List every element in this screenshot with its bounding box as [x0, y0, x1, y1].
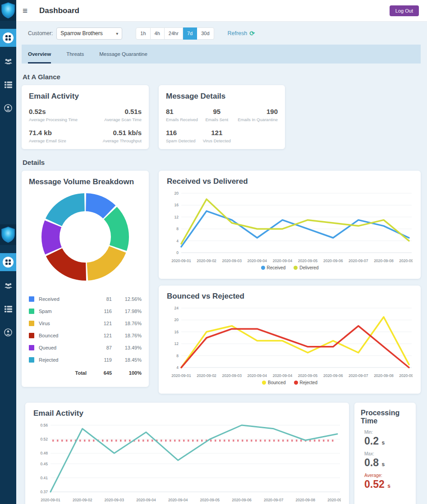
users-icon: [4, 282, 13, 289]
svg-text:2020-09-06: 2020-09-06: [323, 373, 343, 378]
svg-text:20: 20: [174, 318, 179, 322]
received-vs-delivered-card: Received vs Delivered 0481216202020-09-0…: [159, 171, 421, 279]
stat-virus-detected: 121 Virus Detected: [200, 129, 234, 143]
svg-text:2020-09-03: 2020-09-03: [222, 259, 242, 263]
svg-text:0.48: 0.48: [40, 451, 48, 455]
sidebar-item-reports[interactable]: [0, 300, 16, 318]
stat-emails-received: 81 Emails Received: [166, 108, 200, 122]
dashboard-app: ≡ Dashboard Log Out Customer: Sparrow Br…: [0, 0, 427, 504]
page-title: Dashboard: [39, 6, 79, 15]
shield-logo-icon: [0, 0, 16, 21]
stat-avg-scan-time: 0.51s Average Scan Time: [85, 108, 142, 122]
customer-select-value: Sparrow Brothers: [60, 30, 102, 36]
list-icon: [5, 306, 12, 313]
stat-emails-quarantine: 190 Emails In Quarantine: [234, 108, 278, 122]
email-activity-chart: 0.370.410.450.480.520.562020-09-012020-0…: [33, 421, 341, 504]
svg-text:2020-09-06: 2020-09-06: [232, 498, 252, 502]
svg-text:2020-09-07: 2020-09-07: [264, 498, 284, 502]
bounced-vs-rejected-card: Bounced vs Rejected 48121620242020-09-01…: [159, 286, 421, 394]
card-title: Bounced vs Rejected: [167, 292, 413, 301]
stat-avg-processing-time: 0.52s Average Processing Time: [29, 108, 85, 122]
range-button-7d[interactable]: 7d: [183, 27, 197, 40]
svg-text:0.56: 0.56: [40, 423, 48, 427]
legend-swatch: [29, 357, 34, 363]
profile-icon: [4, 104, 12, 112]
logout-button[interactable]: Log Out: [390, 5, 419, 16]
card-title: Processing Time: [361, 409, 410, 426]
refresh-link[interactable]: Refresh ⟳: [228, 30, 255, 37]
svg-text:12: 12: [174, 341, 179, 346]
svg-text:12: 12: [174, 215, 179, 219]
range-button-1h[interactable]: 1h: [136, 27, 150, 40]
svg-text:0.41: 0.41: [40, 476, 48, 480]
svg-text:2020-09-02: 2020-09-02: [197, 259, 216, 263]
svg-text:2020-09-03: 2020-09-03: [105, 498, 124, 502]
controls-row: Customer: Sparrow Brothers ▾ 1h 4h 24hr …: [16, 22, 427, 40]
list-icon: [5, 82, 12, 88]
legend-item: Delivered: [294, 265, 318, 270]
svg-text:2020-09-01: 2020-09-01: [41, 498, 60, 502]
sidebar-group-repeat: [0, 224, 16, 341]
svg-text:2020-09-08: 2020-09-08: [374, 373, 394, 378]
section-heading-glance: At A Glance: [23, 73, 421, 81]
legend-row: Queued 87 13.49%: [29, 341, 142, 354]
sidebar-item-users[interactable]: [0, 52, 16, 70]
customer-label: Customer:: [28, 30, 53, 36]
chevron-down-icon: ▾: [116, 31, 118, 36]
card-title: Email Activity: [33, 409, 341, 418]
min-value: 0.2 s: [364, 435, 410, 447]
email-activity-chart-card: Email Activity 0.370.410.450.480.520.562…: [25, 403, 349, 504]
legend-swatch: [29, 296, 34, 302]
grid-icon: [3, 257, 14, 268]
svg-text:2020-09-01: 2020-09-01: [171, 373, 191, 378]
svg-text:2020-09-07: 2020-09-07: [349, 259, 368, 263]
card-title: Message Volume Breakdown: [29, 177, 142, 186]
sidebar-item-profile[interactable]: [0, 99, 16, 117]
customer-select[interactable]: Sparrow Brothers ▾: [56, 27, 122, 40]
shield-logo-icon: [0, 224, 16, 245]
svg-text:2020-09-05: 2020-09-05: [298, 259, 318, 263]
sidebar-item-dashboard[interactable]: [0, 29, 16, 47]
svg-text:24: 24: [174, 306, 179, 310]
svg-text:0: 0: [176, 250, 179, 255]
range-button-24hr[interactable]: 24hr: [165, 27, 183, 40]
volume-legend: Received 81 12.56% Spam 116 17.98% Virus…: [29, 293, 142, 366]
average-value: 0.52 s: [364, 478, 410, 490]
message-details-card: Message Details 81 Emails Received 95 Em…: [159, 85, 285, 149]
sidebar-item-users[interactable]: [0, 277, 16, 295]
svg-text:2020-09-08: 2020-09-08: [374, 259, 394, 263]
sidebar-item-dashboard[interactable]: [0, 253, 16, 271]
svg-text:2020-09-05: 2020-09-05: [200, 498, 220, 502]
svg-text:16: 16: [174, 203, 179, 207]
bounced-vs-rejected-chart: 48121620242020-09-012020-09-022020-09-03…: [167, 304, 413, 385]
svg-text:2020-09-08: 2020-09-08: [399, 259, 413, 263]
svg-text:2020-09-04: 2020-09-04: [248, 259, 267, 263]
sidebar: [0, 0, 16, 504]
svg-text:2020-09-05: 2020-09-05: [298, 373, 318, 378]
svg-text:2020-09-04: 2020-09-04: [273, 259, 293, 263]
legend-row: Rejected 119 18.45%: [29, 354, 142, 366]
section-heading-details: Details: [23, 159, 421, 166]
legend-swatch: [29, 333, 34, 338]
min-label: Min:: [364, 430, 410, 435]
tab-overview[interactable]: Overview: [28, 45, 51, 64]
range-button-30d[interactable]: 30d: [197, 27, 214, 40]
svg-text:2020-09-02: 2020-09-02: [197, 373, 216, 378]
tab-threats[interactable]: Threats: [66, 45, 84, 64]
sidebar-item-reports[interactable]: [0, 76, 16, 94]
svg-text:4: 4: [176, 239, 179, 243]
tab-message-quarantine[interactable]: Message Quarantine: [99, 45, 147, 64]
range-button-4h[interactable]: 4h: [151, 27, 165, 40]
sidebar-item-profile[interactable]: [0, 323, 16, 341]
hamburger-icon[interactable]: ≡: [23, 6, 28, 15]
legend-row: Virus 121 18.76%: [29, 317, 142, 329]
legend-item: Received: [261, 265, 286, 270]
svg-text:2020-09-04: 2020-09-04: [248, 373, 267, 378]
legend-item: Bounced: [262, 380, 285, 385]
stat-avg-email-size: 71.4 kb Average Email Size: [29, 129, 85, 143]
profile-icon: [4, 328, 12, 336]
donut-chart: [41, 193, 129, 283]
svg-text:2020-09-02: 2020-09-02: [73, 498, 92, 502]
svg-text:2020-09-01: 2020-09-01: [171, 259, 191, 263]
stat-spam-detected: 116 Spam Detected: [166, 129, 200, 143]
